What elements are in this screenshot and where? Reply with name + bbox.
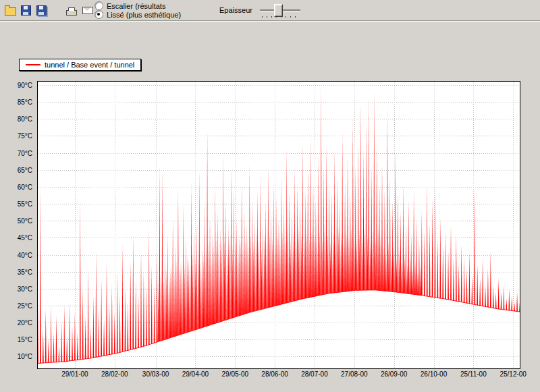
legend-line-sample — [26, 64, 40, 65]
save-all-icon — [36, 5, 47, 16]
y-tick-label: 60°C — [18, 183, 32, 190]
x-tick-label: 27/08-00 — [341, 370, 367, 378]
y-tick-label: 85°C — [18, 99, 32, 106]
x-axis-labels: 29/01-0028/02-0030/03-0029/04-0029/05-00… — [38, 370, 520, 379]
x-tick-label: 30/03-00 — [142, 370, 169, 378]
y-tick-label: 15°C — [18, 336, 32, 343]
y-tick-label: 55°C — [18, 200, 32, 208]
plot-area — [37, 81, 520, 369]
y-tick-label: 10°C — [18, 353, 32, 360]
x-tick-label: 28/02-00 — [101, 370, 128, 378]
legend: tunnel / Base event / tunnel — [19, 59, 141, 71]
x-tick-label: 26/10-00 — [421, 370, 447, 378]
slider-thumb[interactable] — [274, 4, 283, 17]
toolbar: Escalier (résultats Lissé (plus esthétiq… — [0, 0, 540, 21]
y-tick-label: 25°C — [18, 302, 32, 309]
thickness-slider[interactable] — [259, 2, 301, 19]
y-tick-label: 70°C — [18, 149, 32, 157]
app-window: Escalier (résultats Lissé (plus esthétiq… — [0, 0, 540, 392]
y-tick-label: 65°C — [18, 166, 32, 173]
x-tick-label: 28/06-00 — [261, 370, 288, 378]
y-tick-label: 20°C — [18, 319, 32, 327]
y-tick-label: 35°C — [18, 268, 32, 275]
save-button[interactable] — [18, 1, 34, 19]
x-tick-label: 29/05-00 — [222, 370, 248, 378]
y-tick-label: 45°C — [18, 234, 32, 242]
y-tick-label: 30°C — [18, 285, 32, 292]
radio-lisse-label: Lissé (plus esthétique) — [107, 11, 181, 19]
print-button[interactable] — [63, 1, 80, 19]
chart-canvas — [38, 82, 520, 368]
legend-label: tunnel / Base event / tunnel — [45, 61, 134, 69]
mail-button[interactable] — [80, 1, 96, 19]
mail-icon — [82, 7, 93, 14]
display-mode-group: Escalier (résultats Lissé (plus esthétiq… — [94, 1, 181, 19]
save-icon — [21, 5, 31, 16]
radio-escalier[interactable]: Escalier (résultats — [94, 1, 181, 10]
print-icon — [66, 10, 77, 16]
x-tick-label: 25/12-00 — [500, 370, 526, 378]
open-folder-icon — [5, 7, 16, 16]
x-tick-label: 26/09-00 — [381, 370, 407, 378]
radio-lisse[interactable]: Lissé (plus esthétique) — [94, 10, 181, 19]
y-tick-label: 75°C — [18, 132, 32, 140]
y-tick-label: 50°C — [18, 217, 32, 225]
x-tick-label: 25/11-00 — [460, 370, 487, 378]
x-tick-label: 28/07-00 — [301, 370, 327, 378]
x-tick-label: 29/04-00 — [182, 370, 209, 378]
slider-ticks — [262, 16, 298, 18]
y-tick-label: 40°C — [18, 251, 32, 258]
y-axis-labels: 10°C15°C20°C25°C30°C35°C40°C45°C50°C55°C… — [0, 82, 34, 368]
radio-lisse-circle[interactable] — [94, 10, 103, 19]
save-all-button[interactable] — [33, 1, 49, 19]
open-button[interactable] — [2, 1, 18, 19]
y-tick-label: 80°C — [18, 115, 32, 123]
radio-escalier-circle[interactable] — [94, 1, 103, 10]
y-tick-label: 90°C — [18, 82, 32, 89]
thickness-label: Epaisseur — [219, 6, 252, 14]
radio-escalier-label: Escalier (résultats — [107, 2, 165, 10]
x-tick-label: 29/01-00 — [61, 370, 88, 378]
